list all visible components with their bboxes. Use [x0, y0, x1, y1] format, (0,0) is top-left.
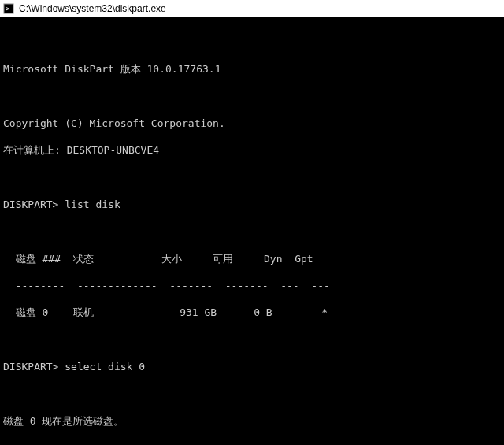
- col-dyn: Dyn: [264, 253, 282, 265]
- terminal-output[interactable]: Microsoft DiskPart 版本 10.0.17763.1 Copyr…: [0, 17, 504, 445]
- prompt-line: DISKPART> select disk 0: [3, 360, 501, 373]
- prompt-line: DISKPART> list disk: [3, 198, 501, 211]
- col-gpt: Gpt: [295, 253, 313, 265]
- disk-gpt: *: [321, 306, 328, 318]
- col-free: 可用: [213, 253, 233, 265]
- computer-line: 在计算机上: DESKTOP-UNBCVE4: [3, 143, 501, 157]
- blank-line: [3, 224, 501, 238]
- disk-id: 磁盘 0: [16, 306, 49, 318]
- blank-line: [3, 387, 501, 400]
- col-disk: 磁盘 ###: [16, 253, 61, 265]
- version-line: Microsoft DiskPart 版本 10.0.17763.1: [3, 62, 501, 76]
- disk-status: 联机: [73, 306, 94, 318]
- disk-divider: -------- ------------- ------- ------- -…: [3, 279, 501, 292]
- blank-line: [3, 35, 501, 49]
- blank-line: [3, 171, 501, 184]
- prompt: DISKPART>: [3, 198, 58, 210]
- command-text: select disk 0: [65, 361, 145, 373]
- select-disk-result: 磁盘 0 现在是所选磁盘。: [3, 414, 501, 428]
- copyright-line: Copyright (C) Microsoft Corporation.: [3, 117, 501, 130]
- disk-row: 磁盘 0 联机 931 GB 0 B *: [3, 306, 501, 319]
- blank-line: [3, 441, 501, 445]
- col-status: 状态: [73, 253, 94, 265]
- disk-header-row: 磁盘 ### 状态 大小 可用 Dyn Gpt: [3, 252, 501, 265]
- prompt: DISKPART>: [3, 361, 58, 373]
- blank-line: [3, 333, 501, 347]
- svg-text:>: >: [6, 5, 10, 13]
- window-title: C:\Windows\system32\diskpart.exe: [19, 3, 166, 14]
- window-titlebar[interactable]: > C:\Windows\system32\diskpart.exe: [0, 0, 504, 17]
- blank-line: [3, 90, 501, 103]
- app-icon: >: [3, 3, 14, 14]
- col-size: 大小: [161, 253, 182, 265]
- disk-free: 0 B: [254, 306, 272, 318]
- disk-size: 931 GB: [180, 306, 217, 318]
- command-text: list disk: [65, 198, 120, 210]
